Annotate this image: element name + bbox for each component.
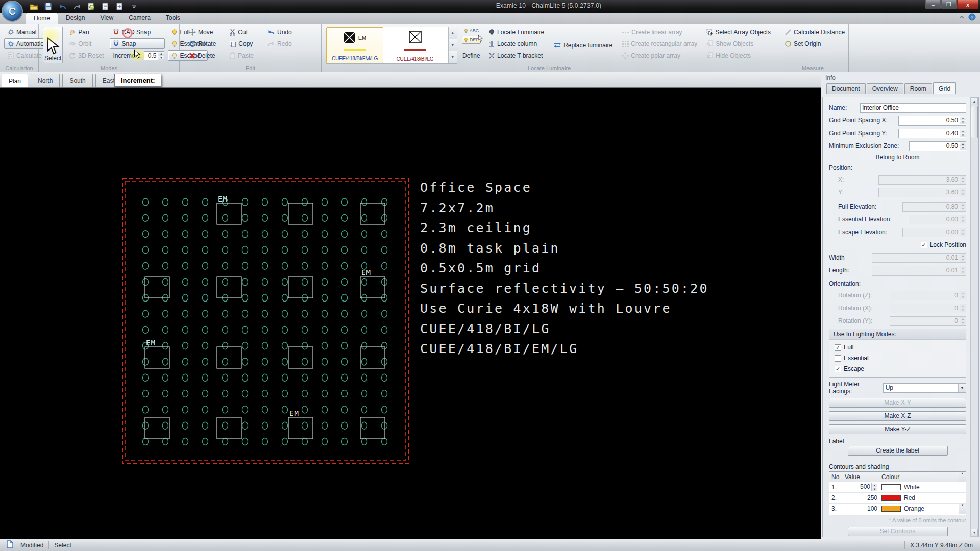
grid-point[interactable]: [282, 390, 288, 397]
grid-point[interactable]: [143, 310, 149, 317]
grid-point[interactable]: [322, 390, 328, 397]
grid-point[interactable]: [322, 231, 328, 238]
grid-point[interactable]: [282, 231, 288, 238]
grid-point[interactable]: [282, 326, 288, 333]
grid-point[interactable]: [143, 326, 149, 333]
grid-point[interactable]: [302, 406, 308, 413]
grid-point[interactable]: [143, 214, 149, 221]
grid-point[interactable]: [262, 342, 268, 349]
grid-point[interactable]: [183, 246, 188, 254]
grid-point[interactable]: [362, 358, 368, 365]
grid-point[interactable]: [362, 231, 368, 238]
set-origin-button[interactable]: Set Origin: [781, 38, 848, 49]
grid-point[interactable]: [242, 326, 248, 333]
grid-point[interactable]: [242, 390, 248, 397]
contour-row[interactable]: 3.100Orange▼: [829, 504, 966, 514]
grid-point[interactable]: [143, 422, 149, 429]
replace-luminaire-button[interactable]: Replace luminaire: [550, 40, 616, 51]
grid-point[interactable]: [362, 198, 368, 206]
grid-point[interactable]: [242, 294, 248, 302]
grid-point[interactable]: [262, 326, 268, 333]
grid-point[interactable]: [183, 358, 188, 365]
grid-point[interactable]: [183, 214, 188, 221]
grid-point[interactable]: [342, 358, 348, 365]
ribbon-tab-tools[interactable]: Tools: [158, 13, 188, 24]
grid-point[interactable]: [223, 310, 228, 317]
grid-point[interactable]: [183, 406, 188, 413]
grid-point[interactable]: [163, 279, 168, 286]
grid-point[interactable]: [223, 358, 228, 365]
grid-point[interactable]: [382, 231, 387, 238]
spin-arrows[interactable]: ▲▼: [871, 483, 877, 491]
grid-point[interactable]: [163, 246, 168, 254]
grid-point[interactable]: [183, 326, 188, 333]
grid-point[interactable]: [203, 326, 208, 333]
grid-point[interactable]: [203, 358, 208, 365]
gallery-scroll-down-icon[interactable]: ▼: [449, 39, 457, 52]
grid-point[interactable]: [302, 342, 308, 349]
grid-point[interactable]: [362, 246, 368, 254]
grid-point[interactable]: [282, 374, 288, 381]
grid-point[interactable]: [143, 231, 149, 238]
grid-point[interactable]: [203, 279, 208, 286]
grid-point[interactable]: [322, 374, 328, 381]
grid-point[interactable]: [262, 310, 268, 317]
grid-point[interactable]: [322, 342, 328, 349]
minimize-button[interactable]: –: [925, 0, 941, 9]
grid-point[interactable]: [302, 214, 308, 221]
grid-point[interactable]: [143, 262, 149, 269]
grid-point[interactable]: [342, 246, 348, 254]
grid-point[interactable]: [262, 438, 268, 445]
grid-point[interactable]: [382, 342, 387, 349]
grid-point[interactable]: [163, 310, 168, 317]
grid-point[interactable]: [362, 374, 368, 381]
grid-point[interactable]: [362, 279, 368, 286]
grid-point[interactable]: [203, 231, 208, 238]
cad-text-line[interactable]: Office Space: [420, 180, 532, 195]
grid-point[interactable]: [203, 390, 208, 397]
luminaire-square[interactable]: [360, 277, 385, 298]
grid-point[interactable]: [183, 262, 188, 269]
grid-point[interactable]: [382, 198, 387, 206]
grid-point[interactable]: [362, 406, 368, 413]
luminaire-square[interactable]: [288, 277, 313, 298]
snap-button[interactable]: Snap: [110, 38, 165, 49]
room-boundary-outer[interactable]: [122, 178, 408, 464]
spin-arrows[interactable]: ▲▼: [960, 129, 966, 137]
grid-point[interactable]: [262, 422, 268, 429]
grid-point[interactable]: [143, 246, 149, 254]
contour-row[interactable]: 1.500▲▼White: [829, 482, 966, 493]
grid-point[interactable]: [183, 294, 188, 302]
grid-point[interactable]: [342, 438, 348, 445]
grid-point[interactable]: [382, 262, 387, 269]
rotate-button[interactable]: Rotate: [186, 38, 219, 49]
grid-point[interactable]: [223, 214, 228, 221]
grid-point[interactable]: [163, 422, 168, 429]
help-icon[interactable]: ?: [968, 13, 976, 22]
grid-point[interactable]: [342, 279, 348, 286]
belong-to-room-label[interactable]: Belong to Room: [829, 154, 966, 161]
grid-point[interactable]: [242, 374, 248, 381]
grid-point[interactable]: [282, 246, 288, 254]
minimize-ribbon-icon[interactable]: [958, 14, 965, 21]
cad-text-line[interactable]: Use Curie 4x18W with Louvre: [420, 301, 672, 316]
grid-point[interactable]: [322, 279, 328, 286]
luminaire-square[interactable]: [217, 347, 241, 368]
grid-point[interactable]: [143, 390, 149, 397]
create-label-button[interactable]: Create the label: [848, 446, 948, 456]
grid-point[interactable]: [242, 262, 248, 269]
create-linear-array-button[interactable]: Create linear array: [619, 27, 700, 37]
grid-point[interactable]: [282, 438, 288, 445]
grid-point[interactable]: [242, 358, 248, 365]
info-tab-document[interactable]: Document: [826, 83, 866, 94]
grid-spacing-x-input[interactable]: 0.50▲▼: [898, 116, 966, 126]
increment-spin-arrows[interactable]: ▲▼: [158, 52, 164, 60]
grid-point[interactable]: [342, 262, 348, 269]
gallery-dropdown-icon[interactable]: ▼: [449, 51, 457, 63]
grid-point[interactable]: [223, 262, 228, 269]
redo-button[interactable]: Redo: [264, 38, 295, 49]
contour-colour[interactable]: White: [879, 484, 959, 491]
dropdown-arrow-icon[interactable]: ▼: [958, 384, 966, 392]
grid-point[interactable]: [322, 422, 328, 429]
grid-point[interactable]: [282, 358, 288, 365]
